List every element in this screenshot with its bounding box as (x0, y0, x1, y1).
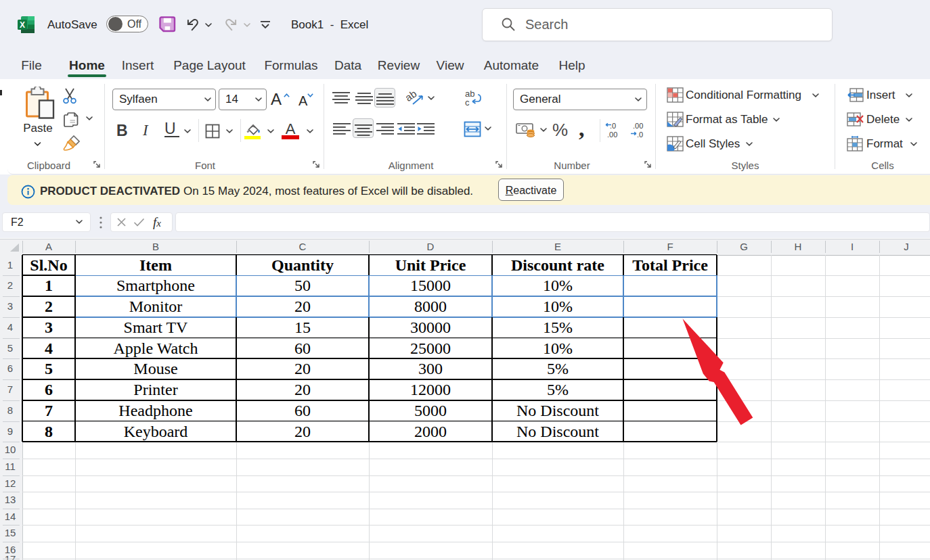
svg-text:.0: .0 (637, 131, 643, 139)
svg-text:c: c (465, 97, 470, 108)
svg-text:.00: .00 (607, 131, 617, 139)
svg-text:X: X (20, 20, 25, 30)
svg-text:.00: .00 (633, 122, 643, 130)
svg-text:.0: .0 (610, 122, 616, 130)
